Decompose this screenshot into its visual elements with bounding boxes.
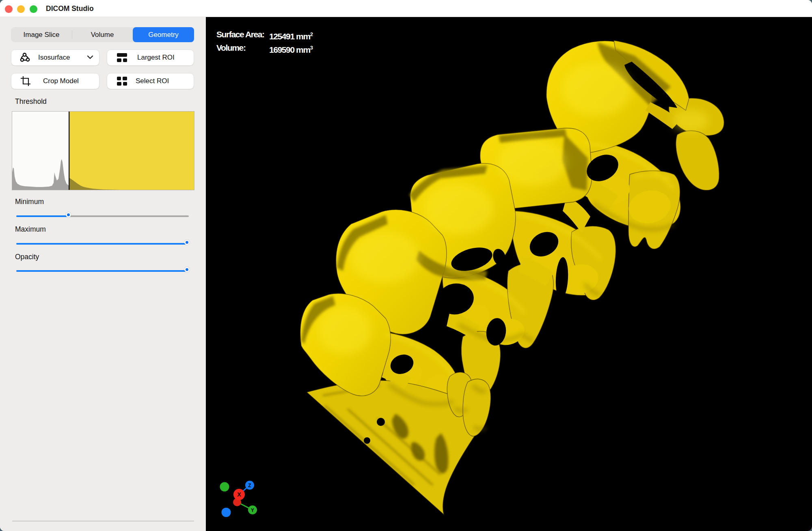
svg-text:Z: Z <box>248 483 251 488</box>
svg-text:X: X <box>237 491 241 498</box>
svg-text:Y: Y <box>251 507 254 513</box>
